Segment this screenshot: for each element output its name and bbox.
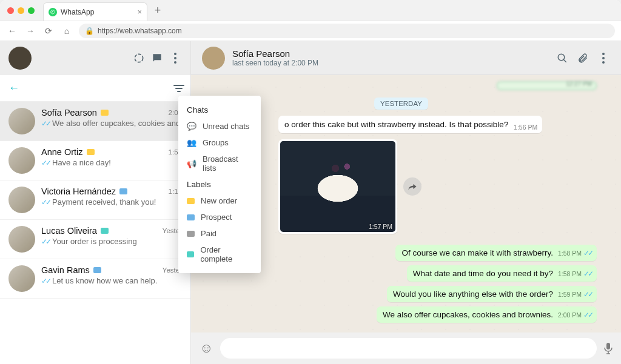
label-swatch-icon: [187, 231, 195, 237]
message-input[interactable]: [220, 338, 597, 359]
popover-item-icon: 📢: [187, 159, 196, 168]
message-bubble[interactable]: Of course we can make it with strawberry…: [395, 245, 597, 261]
chat-name: Anne Ortiz: [41, 147, 83, 157]
popover-item-icon: 👥: [187, 138, 196, 147]
read-ticks-icon: ✓✓: [583, 290, 592, 299]
popover-item[interactable]: 📢Broadcast lists: [178, 151, 261, 176]
search-chat-icon[interactable]: [556, 51, 569, 65]
svg-point-1: [174, 53, 176, 55]
close-tab-icon[interactable]: ×: [137, 7, 142, 16]
window-controls[interactable]: [7, 7, 35, 14]
popover-item[interactable]: 💬Unread chats: [178, 118, 261, 134]
search-back-icon[interactable]: ←: [8, 82, 19, 94]
svg-point-11: [602, 61, 605, 64]
svg-line-8: [563, 59, 566, 62]
chat-avatar: [8, 226, 35, 253]
message-time: 1:58 PM ✓✓: [558, 249, 592, 257]
message-time: 2:00 PM ✓✓: [558, 311, 592, 319]
whatsapp-favicon-icon: ✆: [49, 8, 57, 16]
nav-reload-icon[interactable]: ⟳: [42, 26, 55, 36]
attach-icon[interactable]: [576, 51, 589, 65]
label-tag-icon: [101, 110, 109, 116]
message-bubble[interactable]: Would you like anything else with the or…: [387, 286, 597, 302]
svg-point-3: [174, 61, 176, 64]
message-bubble[interactable]: o order this cake but with strawberry in…: [278, 116, 542, 133]
message-bubble[interactable]: We also offer cupcakes, cookies and brow…: [377, 306, 597, 323]
day-separator: YESTERDAY: [374, 98, 428, 110]
message-bubble[interactable]: What date and time do you need it by?1:5…: [407, 265, 597, 282]
svg-rect-12: [606, 343, 610, 349]
label-tag-icon: [87, 149, 95, 155]
forward-icon[interactable]: [403, 177, 421, 196]
chat-preview: ✓✓Your order is processing: [41, 237, 182, 246]
chat-preview: ✓✓We also offer cupcakes, cookies and br…: [41, 119, 182, 128]
popover-item-label: Unread chats: [203, 122, 249, 131]
chat-item[interactable]: Victoria Hernández1:10✓✓Payment received…: [0, 180, 190, 220]
read-ticks-icon: ✓✓: [41, 119, 50, 128]
chat-menu-icon[interactable]: [597, 51, 610, 65]
own-avatar[interactable]: [8, 47, 32, 70]
chat-avatar: [8, 265, 35, 292]
nav-home-icon[interactable]: ⌂: [61, 26, 73, 36]
svg-point-0: [135, 54, 143, 62]
filter-icon[interactable]: [173, 84, 184, 93]
chat-avatar: [8, 187, 35, 213]
chat-avatar: [8, 147, 35, 174]
popover-item-label: Groups: [203, 138, 229, 147]
popover-label-item[interactable]: Paid: [178, 225, 261, 242]
contact-name: Sofía Pearson: [232, 48, 318, 59]
popover-item-label: Order complete: [200, 245, 252, 263]
search-row: ←: [0, 75, 190, 102]
emoji-icon[interactable]: ☺: [200, 340, 213, 356]
browser-window: ✆ WhatsApp × + ← → ⟳ ⌂ 🔒 https://web.wha…: [0, 0, 621, 364]
chat-item[interactable]: Lucas OliveiraYester✓✓Your order is proc…: [0, 220, 190, 259]
chat-preview: ✓✓Let us know how we can help.: [41, 276, 182, 285]
popover-label-item[interactable]: New order: [178, 193, 261, 209]
chat-name: Lucas Oliveira: [41, 226, 97, 236]
tab-bar: ✆ WhatsApp × +: [0, 0, 621, 21]
chat-header[interactable]: Sofía Pearson last seen today at 2:00 PM: [191, 41, 621, 75]
close-window-icon[interactable]: [7, 7, 14, 14]
chat-avatar: [8, 108, 35, 134]
popover-item-label: Paid: [201, 229, 217, 238]
message-text: o order this cake but with strawberry in…: [284, 120, 508, 129]
popover-label-item[interactable]: Prospect: [178, 209, 261, 225]
nav-back-icon[interactable]: ←: [6, 26, 18, 36]
svg-point-10: [602, 57, 605, 59]
menu-icon[interactable]: [169, 51, 182, 65]
chat-name: Gavin Rams: [41, 265, 90, 275]
read-ticks-icon: ✓✓: [41, 159, 50, 167]
read-ticks-icon: ✓✓: [41, 237, 50, 246]
minimize-window-icon[interactable]: [18, 7, 24, 14]
message-text: We also offer cupcakes, cookies and brow…: [383, 310, 553, 319]
chat-item[interactable]: Gavin RamsYester✓✓Let us know how we can…: [0, 259, 190, 299]
contact-last-seen: last seen today at 2:00 PM: [232, 59, 318, 67]
label-swatch-icon: [187, 198, 195, 204]
read-ticks-icon: ✓✓: [583, 270, 592, 278]
chat-item[interactable]: Sofía Pearson2:00✓✓We also offer cupcake…: [0, 102, 190, 141]
popover-item-icon: 💬: [187, 122, 196, 131]
popover-item-label: Prospect: [201, 213, 232, 222]
label-tag-icon: [101, 228, 109, 234]
message-time: 1:58 PM ✓✓: [558, 270, 592, 278]
image-message[interactable]: 1:57 PM: [278, 139, 397, 234]
popover-item[interactable]: 👥Groups: [178, 134, 261, 151]
read-ticks-icon: ✓✓: [41, 277, 50, 285]
new-chat-icon[interactable]: [150, 51, 164, 65]
mic-icon[interactable]: [604, 342, 613, 354]
maximize-window-icon[interactable]: [28, 7, 35, 14]
status-icon[interactable]: [132, 51, 146, 65]
message-outgoing: What date and time do you need it by?1:5…: [407, 265, 597, 282]
nav-forward-icon[interactable]: →: [24, 26, 36, 36]
filter-popover: Chats 💬Unread chats👥Groups📢Broadcast lis…: [178, 96, 261, 273]
browser-tab[interactable]: ✆ WhatsApp ×: [43, 2, 147, 21]
svg-point-9: [602, 53, 605, 55]
chat-item[interactable]: Anne Ortiz1:57✓✓Have a nice day!: [0, 141, 190, 180]
message-text: Would you like anything else with the or…: [393, 290, 553, 299]
lock-icon: 🔒: [85, 27, 94, 35]
new-tab-button[interactable]: +: [150, 2, 166, 18]
popover-label-item[interactable]: Order complete: [178, 242, 261, 267]
address-bar[interactable]: 🔒 https://web.whatsapp.com: [79, 24, 615, 38]
contact-avatar[interactable]: [202, 47, 225, 70]
cake-image: [280, 141, 395, 232]
